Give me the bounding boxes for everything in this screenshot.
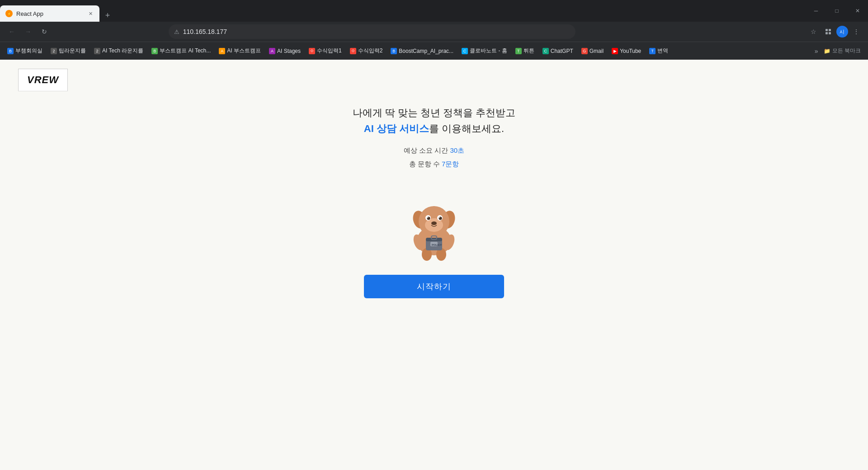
bookmark-label-bk10: 클로바노트 - 홈 xyxy=(470,47,507,55)
logo-divider xyxy=(18,91,68,91)
meta-time-row: 예상 소요 시간 30초 xyxy=(404,144,464,157)
bookmark-item-bk13[interactable]: G Gmail xyxy=(578,46,607,56)
bookmark-label-bk13: Gmail xyxy=(590,48,604,54)
meta-info: 예상 소요 시간 30초 총 문항 수 7문항 xyxy=(404,144,464,171)
bookmark-icon-bk11: T xyxy=(515,48,522,54)
meta-time-prefix: 예상 소요 시간 xyxy=(404,146,450,154)
svg-rect-4 xyxy=(826,32,828,34)
page-content: VREW 나에게 딱 맞는 청년 정책을 추천받고 AI 상담 서비스를 이용해… xyxy=(0,60,868,470)
bookmark-label-bk8: 수식입력2 xyxy=(358,47,383,55)
bookmark-icon-bk10: C xyxy=(462,48,468,54)
url-text: 110.165.18.177 xyxy=(183,28,570,35)
svg-rect-5 xyxy=(829,32,831,34)
bookmark-item-bk4[interactable]: B 부스트캠프 AI Tech... xyxy=(148,45,214,56)
all-bookmarks-label: 모든 북마크 xyxy=(832,47,861,55)
headline-highlight: AI 상담 서비스 xyxy=(364,123,429,134)
new-tab-button[interactable]: + xyxy=(101,9,114,22)
bookmark-icon-bk3: 2 xyxy=(94,48,100,54)
profile-button[interactable]: 시 xyxy=(836,26,848,38)
meta-questions-prefix: 총 문항 수 xyxy=(409,160,442,168)
bookmark-label-bk2: 팁라운지를 xyxy=(59,47,86,55)
bookmark-item-bk6[interactable]: A AI Stages xyxy=(265,46,304,56)
bookmark-item-bk11[interactable]: T 튀튼 xyxy=(512,45,538,56)
svg-rect-3 xyxy=(829,29,831,31)
folder-icon: 📁 xyxy=(824,48,830,54)
security-warning-icon: ⚠ xyxy=(174,28,179,35)
all-bookmarks-button[interactable]: 📁 모든 북마크 xyxy=(820,45,864,56)
close-button[interactable]: ✕ xyxy=(847,4,868,18)
bookmark-label-bk9: BoostCamp_AI_prac... xyxy=(399,48,453,54)
tab-title: React App xyxy=(16,10,83,17)
bookmarks-more-arrow[interactable]: » xyxy=(815,47,818,55)
extensions-button[interactable] xyxy=(822,25,835,38)
bookmark-item-bk10[interactable]: C 클로바노트 - 홈 xyxy=(458,45,511,56)
bookmark-icon-bk6: A xyxy=(269,48,275,54)
logo-area: VREW xyxy=(18,69,68,91)
bookmark-icon-bk1: B xyxy=(7,48,14,54)
bookmark-icon-bk2: 2 xyxy=(51,48,57,54)
address-bar[interactable]: ⚠ 110.165.18.177 xyxy=(169,24,576,39)
bookmark-icon-bk7: 수 xyxy=(309,48,315,54)
active-tab[interactable]: ⚡ React App ✕ xyxy=(0,5,99,22)
bookmark-icon-bk13: G xyxy=(581,48,588,54)
bookmark-icon-bk15: T xyxy=(649,48,656,54)
bookmark-item-bk7[interactable]: 수 수식입력1 xyxy=(305,45,345,56)
bookmark-item-bk12[interactable]: C ChatGPT xyxy=(539,46,577,56)
headline-line2: AI 상담 서비스를 이용해보세요. xyxy=(353,121,516,136)
main-content: 나에게 딱 맞는 청년 정책을 추천받고 AI 상담 서비스를 이용해보세요. … xyxy=(0,105,868,298)
browser-chrome: ⚡ React App ✕ + ─ □ ✕ ← → ↻ ⚠ 110.165.18… xyxy=(0,0,868,60)
headline-suffix: 를 이용해보세요. xyxy=(429,123,504,134)
bookmark-item-bk9[interactable]: B BoostCamp_AI_prac... xyxy=(387,46,457,56)
headline: 나에게 딱 맞는 청년 정책을 추천받고 AI 상담 서비스를 이용해보세요. xyxy=(353,105,516,136)
bookmark-item-bk1[interactable]: B 부챔회의실 xyxy=(4,45,46,56)
bookmark-label-bk11: 튀튼 xyxy=(524,47,534,55)
maximize-button[interactable]: □ xyxy=(826,4,847,18)
bookmark-item-bk8[interactable]: 수 수식입력2 xyxy=(346,45,387,56)
svg-point-17 xyxy=(431,221,437,225)
logo-text: VREW xyxy=(27,74,59,86)
svg-point-12 xyxy=(427,217,430,220)
logo-box: VREW xyxy=(18,69,68,91)
svg-rect-2 xyxy=(826,29,828,31)
meta-questions-value: 7문항 xyxy=(442,160,459,168)
forward-button[interactable]: → xyxy=(22,25,34,38)
bookmark-item-bk5[interactable]: A AI 부스트캠프 xyxy=(215,45,264,56)
bookmark-item-bk15[interactable]: T 변역 xyxy=(646,45,672,56)
start-button[interactable]: 시작하기 xyxy=(364,275,504,298)
bookmark-label-bk6: AI Stages xyxy=(277,48,301,54)
svg-point-16 xyxy=(439,217,440,218)
bookmarks-more: » 📁 모든 북마크 xyxy=(815,45,864,56)
svg-text:POLICY: POLICY xyxy=(432,244,442,246)
bookmark-label-bk7: 수식입력1 xyxy=(317,47,342,55)
bookmark-star-button[interactable]: ☆ xyxy=(807,25,820,38)
bookmarks-bar: B 부챔회의실 2 팁라운지를 2 AI Tech 라운지를 B 부스트캠프 A… xyxy=(0,42,868,60)
headline-line1: 나에게 딱 맞는 청년 정책을 추천받고 xyxy=(353,105,516,121)
reload-button[interactable]: ↻ xyxy=(38,25,51,38)
bookmark-icon-bk14: ▶ xyxy=(612,48,618,54)
meta-time-value: 30초 xyxy=(450,146,464,154)
tab-close-button[interactable]: ✕ xyxy=(87,10,94,17)
svg-text:⚡: ⚡ xyxy=(7,12,11,16)
bookmark-icon-bk12: C xyxy=(542,48,549,54)
bookmark-label-bk14: YouTube xyxy=(620,48,641,54)
dog-mascot: POLICY xyxy=(402,189,466,257)
bookmark-item-bk2[interactable]: 2 팁라운지를 xyxy=(47,45,90,56)
menu-button[interactable]: ⋮ xyxy=(850,25,863,38)
bookmark-item-bk14[interactable]: ▶ YouTube xyxy=(608,46,645,56)
bookmark-item-bk3[interactable]: 2 AI Tech 라운지를 xyxy=(90,45,147,56)
bookmark-icon-bk8: 수 xyxy=(350,48,356,54)
window-controls: ─ □ ✕ xyxy=(806,4,868,18)
back-button[interactable]: ← xyxy=(5,25,18,38)
meta-questions-row: 총 문항 수 7문항 xyxy=(404,157,464,171)
bookmark-label-bk12: ChatGPT xyxy=(551,48,573,54)
toolbar-right: ☆ 시 ⋮ xyxy=(807,25,863,38)
minimize-button[interactable]: ─ xyxy=(806,4,826,18)
bookmark-label-bk3: AI Tech 라운지를 xyxy=(102,47,143,55)
svg-point-15 xyxy=(439,217,442,220)
tab-favicon: ⚡ xyxy=(5,10,13,17)
bookmark-icon-bk5: A xyxy=(219,48,225,54)
tab-bar: ⚡ React App ✕ + xyxy=(0,0,806,22)
bookmark-label-bk15: 변역 xyxy=(657,47,668,55)
bookmark-icon-bk4: B xyxy=(151,48,158,54)
bookmark-label-bk4: 부스트캠프 AI Tech... xyxy=(160,47,211,55)
